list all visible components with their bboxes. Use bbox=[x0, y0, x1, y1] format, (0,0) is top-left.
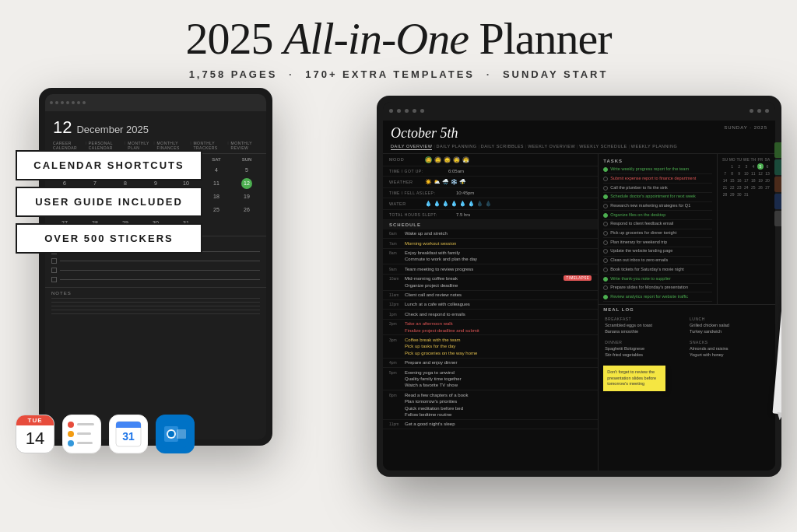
notes-line-5 bbox=[51, 313, 260, 314]
right-toolbar bbox=[383, 102, 775, 121]
notes-sticky-text: Don't forget to review the presentation … bbox=[607, 369, 656, 386]
sched-time-6am: 6am bbox=[389, 230, 405, 236]
task-text-6: Organize files on the desktop bbox=[610, 212, 665, 219]
reminder-bar-3 bbox=[77, 442, 93, 444]
mcd-23: 23 bbox=[736, 184, 743, 191]
notes-line-3 bbox=[51, 306, 260, 306]
mcd-1 bbox=[722, 163, 729, 170]
tab-finances[interactable]: MONTHLY FINANCES bbox=[157, 141, 188, 150]
mch-tu: TU bbox=[736, 156, 743, 163]
task-check-12 bbox=[603, 268, 608, 272]
sched-item-6am: 6am Wake up and stretch bbox=[383, 229, 598, 239]
planner-date: October 5th bbox=[391, 125, 458, 142]
sched-item-4pm: 4pm Prepare and enjoy dinner bbox=[383, 359, 598, 368]
mcd-14: 14 bbox=[722, 177, 729, 184]
mcd-17: 17 bbox=[743, 177, 750, 184]
title-text-1: 2025 bbox=[185, 13, 283, 64]
tab-weekly-overview[interactable]: WEEKLY OVERVIEW bbox=[528, 144, 575, 150]
ti-4 bbox=[413, 109, 416, 113]
sched-text-9am: Team meeting to review progress bbox=[405, 266, 592, 272]
toolbar-dot-3 bbox=[61, 101, 64, 104]
mcd-5: 4 bbox=[750, 163, 757, 170]
sched-item-11am: 11am Client call and review notes bbox=[383, 291, 598, 300]
mcd-15: 15 bbox=[729, 177, 736, 184]
page-header: 2025 All-in-One Planner 1,758 PAGES · 17… bbox=[0, 0, 797, 88]
water-label: WATER bbox=[389, 201, 420, 206]
tab-daily-planning[interactable]: DAILY PLANNING bbox=[437, 144, 477, 150]
day-19: 19 bbox=[232, 191, 262, 203]
sched-time-2pm: 2pm bbox=[389, 320, 405, 326]
main-title: 2025 All-in-One Planner bbox=[0, 14, 797, 64]
side-tab-4[interactable] bbox=[774, 194, 781, 209]
water-glass-5: 💧 bbox=[459, 201, 466, 207]
tab-career[interactable]: CAREER CALENDAR bbox=[53, 141, 83, 150]
stylus-tip bbox=[777, 412, 781, 421]
tab-monthly-plan[interactable]: MONTHLY PLAN bbox=[128, 141, 151, 150]
day-empty-4 bbox=[232, 217, 262, 229]
right-content: October 5th SUNDAY · 2025 DAILY OVERVIEW… bbox=[383, 121, 775, 471]
reminders-icon bbox=[62, 415, 101, 453]
mcd-24: 24 bbox=[743, 184, 750, 191]
mcd-22: 22 bbox=[729, 184, 736, 191]
sched-time-11pm: 11pm bbox=[389, 421, 405, 426]
side-tabs bbox=[774, 142, 781, 226]
dot-1: · bbox=[289, 68, 294, 80]
google-calendar-icon: 31 bbox=[109, 415, 148, 453]
notes-label: NOTES bbox=[51, 291, 260, 296]
mcd-16: 16 bbox=[736, 177, 743, 184]
schedule-items-list: 6am Wake up and stretch 7am Morning work… bbox=[383, 229, 598, 429]
tab-weekly-planning[interactable]: WEEKLY PLANNING bbox=[631, 144, 678, 150]
mcd-6: 6 bbox=[764, 163, 771, 170]
outlook-svg bbox=[161, 420, 189, 448]
notes-lines bbox=[51, 298, 260, 314]
left-section: CALENDAR SHORTCUTS USER GUIDE INCLUDED O… bbox=[16, 88, 296, 500]
task-15: Review analytics report for website traf… bbox=[603, 292, 711, 302]
lunch-cell: LUNCH Grilled chicken saladTurkey sandwi… bbox=[688, 315, 771, 336]
sched-text-4pm: Prepare and enjoy dinner bbox=[405, 359, 592, 366]
meal-grid: BREAKFAST Scrambled eggs on toastBanana … bbox=[603, 315, 771, 360]
mcd-25: 25 bbox=[750, 184, 757, 191]
breakfast-cell: BREAKFAST Scrambled eggs on toastBanana … bbox=[603, 315, 686, 336]
toolbar-dot-2 bbox=[55, 101, 58, 104]
templates-count: 170+ EXTRA TEMPLATES bbox=[305, 68, 475, 80]
task-check-9 bbox=[603, 240, 608, 245]
side-tab-2[interactable] bbox=[774, 159, 781, 175]
svg-point-9 bbox=[168, 431, 174, 437]
sched-item-12pm: 12pm Lunch at a cafe with colleagues bbox=[383, 300, 598, 310]
tab-personal[interactable]: PERSONAL CALENDAR bbox=[89, 141, 123, 150]
planner-day-year: SUNDAY · 2025 bbox=[724, 125, 767, 130]
task-text-3: Call the plumber to fix the sink bbox=[610, 185, 668, 191]
tab-daily-scribbles[interactable]: DAILY SCRIBBLES bbox=[481, 144, 524, 150]
tab-daily-overview[interactable]: DAILY OVERVIEW bbox=[391, 144, 432, 150]
water-glass-2: 💧 bbox=[434, 201, 441, 207]
ti-r1 bbox=[750, 109, 753, 113]
tab-review[interactable]: MONTHLY REVIEW bbox=[231, 141, 258, 150]
breakfast-text: Scrambled eggs on toastBanana smoothie bbox=[605, 323, 684, 334]
hours-slept-val: 7.5 hrs bbox=[456, 212, 470, 217]
mcd-31: 31 bbox=[743, 191, 750, 198]
side-tab-1[interactable] bbox=[774, 142, 781, 158]
svg-rect-3 bbox=[116, 425, 141, 428]
mf-bar-2 bbox=[60, 261, 260, 261]
lunch-label: LUNCH bbox=[690, 317, 769, 321]
tab-trackers[interactable]: MONTHLY TRACKERS bbox=[193, 141, 225, 150]
mf-checkbox-3 bbox=[51, 268, 57, 273]
planner-header: October 5th SUNDAY · 2025 DAILY OVERVIEW… bbox=[383, 121, 775, 154]
side-tab-3[interactable] bbox=[774, 177, 781, 192]
mcd-10: 10 bbox=[743, 170, 750, 177]
tab-weekly-schedule[interactable]: WEEKLY SCHEDULE bbox=[579, 144, 627, 150]
mood-2: 😐 bbox=[434, 156, 441, 163]
toolbar-icons-left bbox=[389, 109, 424, 113]
task-check-13 bbox=[603, 277, 608, 282]
task-check-15 bbox=[603, 295, 608, 299]
tasks-panel: TASKS Write weekly progress report for t… bbox=[599, 154, 716, 304]
task-check-4 bbox=[603, 194, 608, 199]
task-check-8 bbox=[603, 231, 608, 236]
side-tab-5[interactable] bbox=[774, 211, 781, 226]
sched-time-5pm: 5pm bbox=[389, 369, 405, 375]
mcd-12: 12 bbox=[757, 170, 764, 177]
calendar-month-year: December 2025 bbox=[76, 124, 149, 135]
water-glass-1: 💧 bbox=[425, 201, 432, 207]
schedule-title: SCHEDULE bbox=[389, 222, 421, 227]
reminder-bar-1 bbox=[77, 423, 94, 425]
